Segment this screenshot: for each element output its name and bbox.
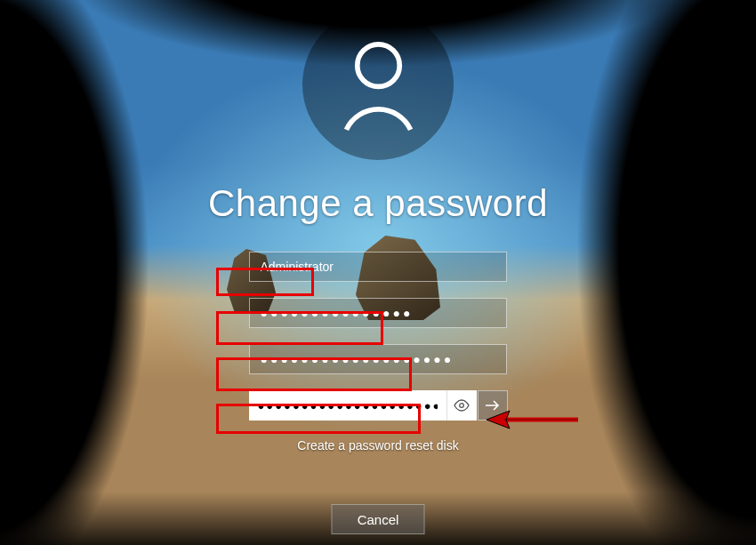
svg-point-0 xyxy=(357,44,399,86)
submit-button[interactable] xyxy=(478,390,508,421)
username-field[interactable] xyxy=(249,252,507,282)
arrow-right-icon xyxy=(485,399,501,412)
new-password-field[interactable] xyxy=(249,344,507,374)
page-title: Change a password xyxy=(208,182,548,225)
user-avatar xyxy=(302,9,454,160)
old-password-field[interactable] xyxy=(249,298,507,328)
password-reset-disk-link[interactable]: Create a password reset disk xyxy=(297,438,458,453)
eye-icon xyxy=(454,399,470,412)
cancel-button[interactable]: Cancel xyxy=(332,504,425,534)
person-icon xyxy=(336,38,421,132)
svg-point-1 xyxy=(460,404,464,408)
confirm-password-field[interactable] xyxy=(249,390,446,421)
change-password-form xyxy=(249,252,508,421)
reveal-password-button[interactable] xyxy=(446,390,477,421)
